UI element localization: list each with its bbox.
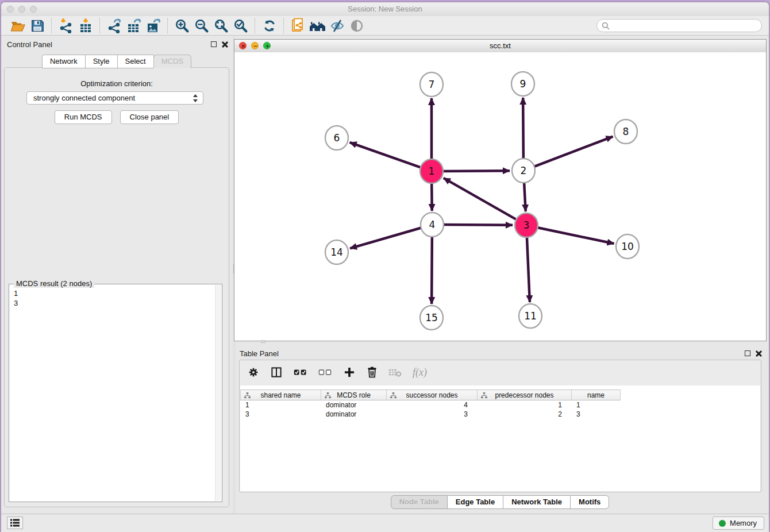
table-cell: dominator [321,400,386,410]
graph-node-10[interactable]: 10 [616,234,639,259]
column-visibility-icon[interactable] [270,366,283,379]
zoom-fit-icon[interactable] [211,18,231,34]
app-window: Session: New Session [1,2,769,532]
table-row[interactable]: 1dominator411 [240,400,760,410]
import-network-icon[interactable] [56,18,76,34]
search-icon [602,22,610,30]
control-tab-network[interactable]: Network [42,55,86,68]
zoom-out-icon[interactable] [192,18,211,34]
toolbar-separator [167,18,168,33]
table-cell: 1 [477,400,571,410]
svg-text:4: 4 [429,219,436,230]
network-from-file-icon[interactable] [288,18,308,34]
refresh-layout-icon[interactable] [260,18,279,34]
column-header-shared-name[interactable]: shared name [241,390,321,400]
delete-row-icon[interactable] [367,366,378,379]
optimization-criterion-label: Optimization criterion: [5,79,229,88]
close-panel-icon[interactable] [222,41,228,47]
column-header-successor-nodes[interactable]: successor nodes [387,390,478,400]
open-session-icon[interactable] [8,18,28,34]
sort-hierarchy-icon [244,392,251,400]
sort-hierarchy-icon [390,392,396,400]
close-table-panel-icon[interactable] [756,350,762,356]
run-mcds-button[interactable]: Run MCDS [55,110,112,124]
edge-2-3[interactable] [524,181,526,211]
mcds-tab-content: Optimization criterion: strongly connect… [4,67,229,507]
unselect-all-icon[interactable] [318,368,332,377]
task-history-button[interactable] [7,516,23,529]
network-window-titlebar[interactable]: scc.txt [234,40,766,53]
table-cell: 3 [571,410,620,419]
svg-text:2: 2 [521,165,527,176]
add-row-icon[interactable] [343,366,356,379]
float-panel-icon[interactable] [211,41,217,47]
network-graph[interactable]: 1234678910111415 [234,52,766,341]
close-panel-button[interactable]: Close panel [120,110,179,124]
table-row[interactable]: 3dominator323 [240,410,760,419]
edge-3-11[interactable] [527,236,530,302]
column-header-name[interactable]: name [572,390,621,400]
graph-node-15[interactable]: 15 [420,306,443,330]
home-view-icon[interactable] [308,18,328,34]
table-tab-node-table[interactable]: Node Table [391,495,448,509]
edge-3-1[interactable] [444,178,518,220]
table-settings-icon[interactable] [248,367,259,378]
control-tab-mcds[interactable]: MCDS [153,55,191,68]
column-header-label: successor nodes [406,391,457,399]
edge-4-3[interactable] [442,225,513,225]
table-tab-motifs[interactable]: Motifs [570,495,609,509]
graph-node-1[interactable]: 1 [420,159,443,183]
memory-status-icon [719,520,726,527]
export-table-icon[interactable] [124,18,144,34]
zoom-in-icon[interactable] [172,18,192,34]
graph-node-11[interactable]: 11 [519,304,542,328]
memory-button[interactable]: Memory [713,516,764,530]
graph-node-8[interactable]: 8 [614,119,637,144]
table-cell: 3 [240,410,321,419]
edge-4-15[interactable] [432,235,432,304]
node-table[interactable]: shared nameMCDS rolesuccessor nodesprede… [240,385,760,491]
table-tab-edge-table[interactable]: Edge Table [447,495,503,509]
table-panel-tabs: Node TableEdge TableNetwork TableMotifs [234,495,767,509]
table-panel-title: Table Panel [240,349,279,358]
column-header-MCDS-role[interactable]: MCDS role [321,390,387,400]
search-input[interactable] [612,21,761,30]
export-image-icon[interactable] [144,18,163,34]
edge-1-6[interactable] [350,142,422,168]
control-tab-select[interactable]: Select [117,55,154,68]
show-graphics-details-icon[interactable] [347,18,367,34]
svg-text:6: 6 [334,132,340,144]
optimization-criterion-select[interactable]: strongly connected component [26,91,203,105]
export-network-icon[interactable] [105,18,124,34]
result-scrollbar[interactable] [215,285,221,501]
graph-node-9[interactable]: 9 [511,72,534,96]
edge-2-9[interactable] [523,98,523,160]
network-canvas[interactable]: 1234678910111415 [234,52,766,341]
graph-node-2[interactable]: 2 [512,159,535,183]
graph-node-3[interactable]: 3 [515,213,538,237]
svg-text:10: 10 [621,241,634,252]
graph-node-6[interactable]: 6 [325,126,348,150]
import-table-icon[interactable] [76,18,95,34]
float-table-panel-icon[interactable] [745,350,750,356]
control-tab-style[interactable]: Style [85,55,118,68]
edge-3-10[interactable] [537,228,614,244]
select-all-icon[interactable] [294,368,307,377]
table-tab-network-table[interactable]: Network Table [503,495,571,509]
edge-1-2[interactable] [442,171,510,171]
edge-1-4[interactable] [432,182,432,211]
save-session-icon[interactable] [28,18,47,34]
horizontal-splitter-grip[interactable] [261,340,265,343]
search-field[interactable] [596,19,762,32]
delete-table-icon [388,368,402,377]
column-header-predecessor-nodes[interactable]: predecessor nodes [478,390,572,400]
zoom-selected-icon[interactable] [231,18,251,34]
graph-node-7[interactable]: 7 [420,72,443,97]
graph-node-4[interactable]: 4 [421,213,444,237]
edge-2-8[interactable] [533,137,613,167]
edge-4-14[interactable] [350,228,422,248]
graph-node-14[interactable]: 14 [325,240,348,264]
mcds-result-value: 1 [14,288,217,298]
hide-graphics-details-icon[interactable] [328,18,347,34]
memory-label: Memory [730,519,757,527]
